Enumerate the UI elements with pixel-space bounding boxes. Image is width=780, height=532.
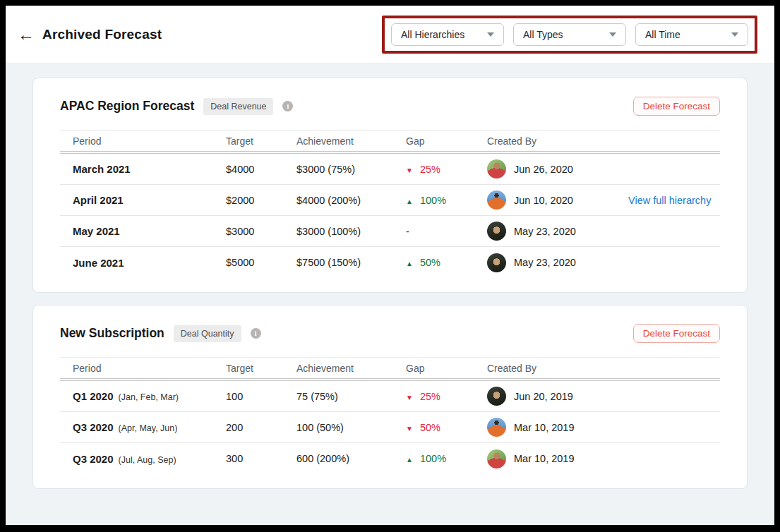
card-title: APAC Region Forecast [60, 99, 194, 114]
period-main: April 2021 [73, 194, 124, 206]
types-dropdown-value: All Types [523, 29, 563, 40]
created-by-cell: Mar 10, 2019 [487, 412, 628, 442]
triangle-down-icon: ▼ [406, 167, 413, 174]
gap-cell: ▼ 50% [406, 422, 487, 433]
table-row: March 2021 $4000 $3000 (75%) ▼ 25% Jun 2… [60, 154, 720, 185]
table-row: Q3 2020 (Apr, May, Jun) 200 100 (50%) ▼ … [60, 412, 720, 443]
page-title: Archived Forecast [42, 27, 162, 42]
hierarchies-dropdown-value: All Hierarchies [401, 29, 464, 40]
title-wrap: ← Archived Forecast [18, 26, 162, 43]
delete-forecast-button[interactable]: Delete Forecast [633, 324, 720, 343]
card-head: New Subscription Deal Quantity i Delete … [60, 324, 720, 343]
info-icon[interactable]: i [251, 328, 261, 339]
table-header: PeriodTargetAchievementGapCreated By [60, 130, 720, 154]
types-dropdown[interactable]: All Types [513, 23, 626, 46]
table-row: April 2021 $2000 $4000 (200%) ▲ 100% Jun… [60, 185, 720, 216]
forecast-type-badge: Deal Quantity [174, 325, 241, 342]
created-by-cell: May 23, 2020 [487, 216, 628, 246]
forecast-card-apac: APAC Region Forecast Deal Revenue i Dele… [32, 78, 748, 293]
column-header: Period [73, 135, 226, 147]
column-header: Period [73, 363, 226, 374]
achievement-value: 75 (75%) [296, 391, 406, 402]
period-main: May 2021 [73, 225, 120, 237]
time-dropdown-value: All Time [645, 29, 680, 40]
filters-highlight-box: All Hierarchies All Types All Time [382, 16, 757, 54]
target-value: 100 [226, 391, 296, 402]
created-date: Jun 26, 2020 [514, 164, 573, 175]
created-by-cell: Jun 20, 2019 [487, 381, 628, 411]
link-cell: View full hierarchy [628, 195, 720, 206]
gap-cell: ▲ 50% [406, 257, 487, 268]
triangle-up-icon: ▲ [406, 260, 413, 267]
back-arrow-icon[interactable]: ← [18, 26, 35, 43]
achievement-value: 100 (50%) [296, 422, 406, 433]
created-by-cell: Jun 10, 2020 [487, 185, 628, 215]
target-value: 200 [226, 422, 296, 433]
achievement-value: $4000 (200%) [296, 195, 406, 206]
gap-value: 50% [420, 257, 440, 268]
triangle-down-icon: ▼ [406, 425, 413, 433]
triangle-up-icon: ▲ [406, 456, 413, 464]
gap-value: 25% [420, 391, 440, 402]
created-by-cell: Jun 26, 2020 [487, 154, 628, 184]
period-main: Q3 2020 [73, 421, 114, 433]
period-main: Q3 2020 [73, 453, 114, 465]
period-cell: April 2021 [73, 194, 226, 206]
target-value: $2000 [226, 195, 296, 206]
target-value: $3000 [226, 226, 296, 237]
table-body: March 2021 $4000 $3000 (75%) ▼ 25% Jun 2… [60, 154, 720, 278]
column-header: Target [226, 135, 296, 147]
view-hierarchy-link[interactable]: View full hierarchy [628, 195, 711, 206]
column-header: Achievement [296, 363, 406, 374]
delete-forecast-button[interactable]: Delete Forecast [633, 97, 720, 116]
gap-cell: ▼ 25% [406, 391, 487, 402]
gap-cell: ▲ 100% [406, 453, 487, 464]
avatar [487, 418, 506, 437]
column-header: Achievement [296, 135, 406, 147]
forecast-table: PeriodTargetAchievementGapCreated By Mar… [60, 130, 720, 278]
avatar [487, 191, 506, 210]
period-cell: March 2021 [73, 163, 226, 175]
content-area: APAC Region Forecast Deal Revenue i Dele… [6, 64, 774, 525]
page-header: ← Archived Forecast All Hierarchies All … [6, 6, 774, 64]
created-date: Jun 10, 2020 [514, 195, 573, 206]
target-value: $5000 [226, 257, 296, 268]
period-main: Q1 2020 [73, 390, 114, 402]
info-icon[interactable]: i [282, 101, 293, 111]
gap-value: - [406, 226, 409, 237]
avatar [487, 253, 506, 272]
period-sub: (Apr, May, Jun) [119, 423, 178, 433]
column-header: Gap [406, 363, 487, 374]
avatar [487, 449, 506, 468]
hierarchies-dropdown[interactable]: All Hierarchies [391, 23, 504, 46]
period-cell: May 2021 [73, 225, 226, 237]
table-header: PeriodTargetAchievementGapCreated By [60, 357, 720, 381]
gap-value: 100% [420, 453, 446, 464]
chevron-down-icon [487, 32, 494, 37]
column-header: Created By [487, 363, 628, 374]
period-main: June 2021 [73, 257, 124, 269]
chevron-down-icon [731, 32, 738, 37]
target-value: $4000 [226, 164, 296, 175]
achievement-value: 600 (200%) [296, 453, 406, 464]
period-cell: June 2021 [73, 257, 226, 269]
column-header: Created By [487, 135, 628, 147]
forecast-card-subscription: New Subscription Deal Quantity i Delete … [32, 305, 748, 489]
avatar [487, 159, 506, 179]
triangle-down-icon: ▼ [406, 394, 413, 401]
avatar [487, 387, 506, 406]
card-head-left: APAC Region Forecast Deal Revenue i [60, 98, 293, 115]
column-header: Target [226, 363, 296, 374]
period-cell: Q1 2020 (Jan, Feb, Mar) [73, 390, 226, 402]
card-head: APAC Region Forecast Deal Revenue i Dele… [60, 97, 720, 116]
table-row: Q3 2020 (Jul, Aug, Sep) 300 600 (200%) ▲… [60, 443, 720, 474]
period-main: March 2021 [73, 163, 131, 175]
table-row: May 2021 $3000 $3000 (100%) - May 23, 20… [60, 216, 720, 247]
gap-cell: ▼ 25% [406, 164, 487, 175]
achievement-value: $3000 (75%) [296, 164, 406, 175]
card-head-left: New Subscription Deal Quantity i [60, 325, 261, 342]
chevron-down-icon [609, 32, 616, 37]
card-title: New Subscription [60, 326, 164, 341]
time-dropdown[interactable]: All Time [635, 23, 748, 46]
gap-value: 50% [420, 422, 440, 433]
